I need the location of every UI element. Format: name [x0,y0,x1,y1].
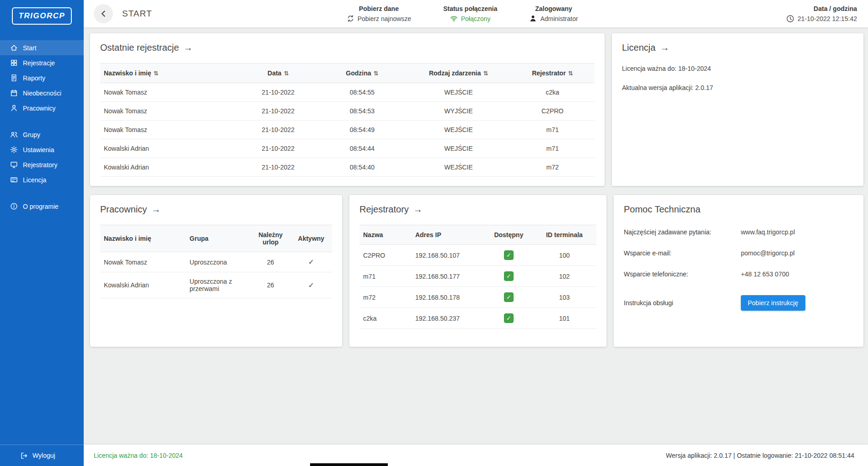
recorders-title-link[interactable]: Rejestratory → [359,204,423,215]
footer-license-info: Licencja ważna do: 18-10-2024 [94,452,183,459]
column-header-rejestrator[interactable]: Rejestrator⇅ [510,64,595,83]
registrations-title: Ostatnie rejestracje [100,42,179,53]
fetch-latest-button[interactable]: Pobierz najnowsze [347,15,412,22]
support-row-phone: Wsparcie telefoniczne: +48 12 653 0700 [624,270,853,278]
employees-table: Nazwisko i imię Grupa Należny urlop Akty… [100,225,332,298]
sidebar-nav: Start Rejestracje Raporty Nieobecności P… [0,40,84,225]
sidebar-item-raporty[interactable]: Raporty [0,70,84,85]
sidebar-item-label: Rejestratory [23,161,57,169]
available-checkbox[interactable]: ✓ [504,271,514,281]
license-valid-until: Licencja ważna do: 18-10-2024 [622,65,853,72]
topbar-status-groups: Pobierz dane Pobierz najnowsze Status po… [347,5,578,22]
nav-group-admin: Grupy Ustawienia Rejestratory Licencja [0,127,84,187]
logged-user-value: Administrator [529,15,578,22]
sidebar-item-rejestratory[interactable]: Rejestratory [0,157,84,172]
topbar: START Pobierz dane Pobierz najnowsze Sta… [84,0,868,27]
registrations-title-link[interactable]: Ostatnie rejestracje → [100,42,193,53]
sidebar-item-nieobecnosci[interactable]: Nieobecności [0,85,84,101]
sidebar-item-label: Licencja [23,176,46,184]
sidebar-item-start[interactable]: Start [0,40,84,55]
arrow-right-icon: → [151,204,161,215]
table-row: Kowalski Adrian Uproszczona z przerwami … [100,272,332,298]
sort-icon[interactable]: ⇅ [284,70,289,77]
sidebar-item-o-programie[interactable]: O programie [0,199,84,214]
datetime-text: 21-10-2022 12:15:42 [798,15,857,22]
table-row: Nowak Tomasz Uproszczona 26 ✓ [100,252,332,272]
license-title-link[interactable]: Licencja → [622,42,669,53]
sidebar-item-pracownicy[interactable]: Pracownicy [0,101,84,116]
datetime-label: Data / godzina [786,5,857,12]
table-row: m71 192.168.50.177 ✓ 102 [359,266,596,287]
connection-status-value: Połączony [443,15,497,22]
connection-status-label: Status połączenia [443,5,497,12]
available-checkbox[interactable]: ✓ [504,250,514,260]
check-icon: ✓ [506,273,511,280]
logo: TRIGORCP [12,7,72,25]
column-header-rodzaj[interactable]: Rodzaj zdarzenia⇅ [407,64,510,83]
column-header-nazwisko[interactable]: Nazwisko i imię⇅ [100,64,239,83]
download-manual-button[interactable]: Pobierz instrukcję [741,295,805,311]
sidebar-item-grupy[interactable]: Grupy [0,127,84,142]
license-title: Licencja [622,42,655,53]
sidebar-item-label: Grupy [23,131,40,138]
arrow-right-icon: → [183,42,193,53]
available-checkbox[interactable]: ✓ [504,292,514,302]
report-icon [10,74,18,82]
faq-url: www.faq.trigorcp.pl [741,228,795,236]
chevron-left-icon [99,9,108,18]
home-icon [10,44,18,52]
column-header-nazwisko: Nazwisko i imię [100,225,186,252]
check-icon: ✓ [506,315,511,322]
sort-icon[interactable]: ⇅ [483,70,488,77]
status-footer: Licencja ważna do: 18-10-2024 Wersja apl… [84,445,868,466]
support-row-faq: Najczęściej zadawane pytania: www.faq.tr… [624,228,853,236]
logout-button[interactable]: Wyloguj [0,445,84,466]
support-title: Pomoc Techniczna [624,204,701,215]
card-support: Pomoc Techniczna Najczęściej zadawane py… [614,195,863,347]
check-icon: ✓ [506,294,511,301]
sort-icon[interactable]: ⇅ [374,70,379,77]
recorders-header-row: Nazwa Adres IP Dostępny ID terminala [359,225,596,245]
support-email: pomoc@trigorcp.pl [741,249,795,257]
employees-title: Pracownicy [100,204,147,215]
card-registrations: Ostatnie rejestracje → Nazwisko i imię⇅ … [90,33,605,186]
registrations-table: Nazwisko i imię⇅ Data⇅ Godzina⇅ Rodzaj z… [100,63,595,177]
sidebar-item-rejestracje[interactable]: Rejestracje [0,55,84,70]
support-row-email: Wsparcie e-mail: pomoc@trigorcp.pl [624,249,853,257]
registrations-header-row: Nazwisko i imię⇅ Data⇅ Godzina⇅ Rodzaj z… [100,64,595,83]
wifi-icon [450,15,458,22]
back-button[interactable] [94,4,113,23]
datetime-group: Data / godzina 21-10-2022 12:15:42 [786,5,857,23]
column-header-aktywny: Aktywny [290,225,332,252]
refresh-icon [347,15,354,22]
sidebar-item-licencja[interactable]: Licencja [0,172,84,187]
card-recorders: Rejestratory → Nazwa Adres IP Dostępny I… [349,195,606,347]
logout-icon [20,452,28,460]
column-header-data[interactable]: Data⇅ [239,64,318,83]
table-row: c2ka 192.168.50.237 ✓ 101 [359,308,596,329]
sort-icon[interactable]: ⇅ [568,70,573,77]
column-header-urlop: Należny urlop [251,225,290,252]
user-icon [529,15,537,22]
available-checkbox[interactable]: ✓ [504,313,514,323]
datetime-value: 21-10-2022 12:15:42 [786,15,857,23]
column-header-godzina[interactable]: Godzina⇅ [318,64,407,83]
card-employees: Pracownicy → Nazwisko i imię Grupa Należ… [90,195,342,347]
logout-label: Wyloguj [32,452,55,459]
support-row-manual: Instrukcja obsługi Pobierz instrukcję [624,295,853,311]
table-row: Nowak Tomasz 21-10-2022 08:54:55 WEJŚCIE… [100,83,595,102]
sort-icon[interactable]: ⇅ [153,70,158,77]
column-header-id-terminala: ID terminala [532,225,596,245]
arrow-right-icon: → [660,42,669,53]
card-license: Licencja → Licencja ważna do: 18-10-2024… [612,33,863,186]
sidebar-item-label: Raporty [23,74,45,82]
info-icon [10,202,18,210]
person-icon [10,104,18,112]
employees-title-link[interactable]: Pracownicy → [100,204,161,215]
people-icon [10,131,18,138]
column-header-dostepny: Dostępny [485,225,533,245]
arrow-right-icon: → [413,204,423,215]
sidebar-item-ustawienia[interactable]: Ustawienia [0,142,84,157]
table-row: Nowak Tomasz 21-10-2022 08:54:49 WEJŚCIE… [100,121,595,139]
table-row: Kowalski Adrian 21-10-2022 08:54:44 WEJŚ… [100,139,595,158]
